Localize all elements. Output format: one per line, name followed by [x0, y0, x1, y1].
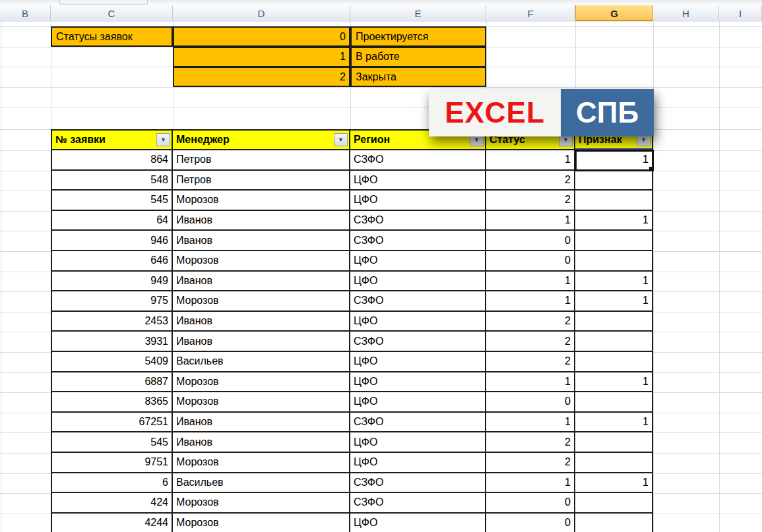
table-cell-num[interactable]: 646 [51, 251, 173, 272]
table-cell-num[interactable]: 4244 [51, 514, 173, 532]
table-cell-region[interactable]: ЦФО [350, 392, 486, 413]
table-cell-status[interactable]: 0 [486, 392, 575, 413]
table-cell-region[interactable]: ЦФО [350, 251, 486, 272]
column-header-i[interactable]: I [719, 5, 762, 21]
table-cell-num[interactable]: 545 [51, 191, 173, 211]
table-cell-flag[interactable]: 1 [575, 291, 653, 312]
table-cell-manager[interactable]: Иванов [173, 332, 350, 352]
table-cell-region[interactable]: СЗФО [350, 493, 486, 514]
column-header-h[interactable]: H [653, 5, 719, 21]
table-cell-status[interactable]: 1 [486, 150, 575, 171]
legend-code-cell[interactable]: 1 [173, 47, 350, 67]
table-cell-num[interactable]: 864 [51, 150, 173, 171]
legend-code-cell[interactable]: 0 [173, 26, 350, 47]
table-cell-region[interactable]: ЦФО [350, 191, 486, 211]
table-cell-status[interactable]: 2 [486, 453, 575, 473]
table-cell-region[interactable]: ЦФО [350, 453, 486, 473]
table-cell-status[interactable]: 0 [486, 493, 575, 514]
table-cell-manager[interactable]: Морозов [173, 392, 350, 413]
table-cell-status[interactable]: 0 [486, 251, 575, 272]
table-cell-status[interactable]: 2 [486, 191, 575, 211]
table-cell-manager[interactable]: Васильев [173, 473, 350, 494]
table-cell-flag[interactable]: 1 [575, 473, 653, 494]
table-cell-region[interactable]: ЦФО [350, 171, 486, 191]
table-cell-manager[interactable]: Иванов [173, 312, 350, 332]
table-cell-flag[interactable] [575, 171, 653, 191]
legend-code-cell[interactable]: 2 [173, 67, 350, 87]
table-cell-status[interactable]: 1 [486, 372, 575, 393]
table-cell-num[interactable]: 975 [51, 291, 173, 312]
table-cell-status[interactable]: 2 [486, 332, 575, 352]
legend-label-cell[interactable]: Проектируется [350, 26, 486, 47]
table-cell-manager[interactable]: Морозов [173, 493, 350, 514]
table-cell-region[interactable]: ЦФО [350, 372, 486, 393]
table-cell-flag[interactable] [575, 453, 653, 473]
selection-fill-handle[interactable] [649, 166, 653, 171]
table-cell-manager[interactable]: Петров [173, 150, 350, 171]
table-cell-status[interactable]: 2 [486, 312, 575, 332]
table-cell-manager[interactable]: Иванов [173, 231, 350, 251]
table-cell-status[interactable]: 1 [486, 291, 575, 312]
table-cell-region[interactable]: СЗФО [350, 473, 486, 494]
table-cell-manager[interactable]: Иванов [173, 432, 350, 453]
table-cell-manager[interactable]: Морозов [173, 514, 350, 532]
table-cell-flag[interactable] [575, 191, 653, 211]
table-cell-flag[interactable] [575, 392, 653, 413]
table-cell-flag[interactable]: 1 [575, 272, 653, 292]
table-cell-flag[interactable]: 1 [575, 413, 653, 433]
table-cell-manager[interactable]: Петров [173, 171, 350, 191]
table-cell-num[interactable]: 9751 [51, 453, 173, 473]
column-header-f[interactable]: F [486, 5, 575, 21]
table-cell-status[interactable]: 2 [486, 171, 575, 191]
column-header-g[interactable]: G [575, 5, 653, 21]
legend-label-cell[interactable]: В работе [350, 47, 486, 67]
table-cell-status[interactable]: 2 [486, 432, 575, 453]
table-cell-num[interactable]: 545 [51, 432, 173, 453]
table-cell-region[interactable]: СЗФО [350, 231, 486, 251]
table-cell-num[interactable]: 424 [51, 493, 173, 514]
table-cell-num[interactable]: 6887 [51, 372, 173, 393]
table-cell-num[interactable]: 3931 [51, 332, 173, 352]
table-cell-num[interactable]: 2453 [51, 312, 173, 332]
table-cell-num[interactable]: 8365 [51, 392, 173, 413]
table-cell-manager[interactable]: Морозов [173, 291, 350, 312]
table-cell-flag[interactable] [575, 231, 653, 251]
table-cell-status[interactable]: 2 [486, 352, 575, 372]
table-cell-region[interactable]: ЦФО [350, 312, 486, 332]
table-cell-num[interactable]: 64 [51, 211, 173, 231]
table-cell-num[interactable]: 6 [51, 473, 173, 494]
table-cell-region[interactable]: ЦФО [350, 514, 486, 532]
table-cell-manager[interactable]: Морозов [173, 191, 350, 211]
table-cell-manager[interactable]: Васильев [173, 352, 350, 372]
table-cell-flag[interactable] [575, 352, 653, 372]
table-cell-manager[interactable]: Морозов [173, 251, 350, 272]
table-cell-status[interactable]: 1 [486, 473, 575, 494]
table-cell-num[interactable]: 949 [51, 272, 173, 292]
table-cell-status[interactable]: 1 [486, 272, 575, 292]
table-cell-flag[interactable]: 1 [575, 150, 653, 171]
table-cell-flag[interactable]: 1 [575, 211, 653, 231]
table-cell-region[interactable]: СЗФО [350, 413, 486, 433]
table-cell-manager[interactable]: Морозов [173, 453, 350, 473]
filter-dropdown-icon[interactable]: ▼ [156, 133, 170, 146]
table-cell-region[interactable]: СЗФО [350, 332, 486, 352]
table-cell-flag[interactable]: 1 [575, 372, 653, 393]
table-cell-region[interactable]: СЗФО [350, 291, 486, 312]
column-header-b[interactable]: B [0, 5, 51, 21]
table-cell-status[interactable]: 0 [486, 231, 575, 251]
table-cell-manager[interactable]: Иванов [173, 272, 350, 292]
filter-dropdown-icon[interactable]: ▼ [334, 133, 348, 146]
table-cell-flag[interactable] [575, 514, 653, 532]
table-cell-region[interactable]: СЗФО [350, 150, 486, 171]
table-cell-flag[interactable] [575, 332, 653, 352]
legend-label-cell[interactable]: Закрыта [350, 67, 486, 87]
table-cell-flag[interactable] [575, 493, 653, 514]
table-header-cell[interactable]: Менеджер▼ [173, 129, 350, 150]
table-cell-flag[interactable] [575, 432, 653, 453]
table-cell-region[interactable]: СЗФО [350, 211, 486, 231]
table-cell-num[interactable]: 548 [51, 171, 173, 191]
column-header-c[interactable]: C [51, 5, 173, 21]
table-cell-flag[interactable] [575, 312, 653, 332]
table-cell-manager[interactable]: Иванов [173, 211, 350, 231]
table-header-cell[interactable]: № заявки▼ [51, 129, 173, 150]
